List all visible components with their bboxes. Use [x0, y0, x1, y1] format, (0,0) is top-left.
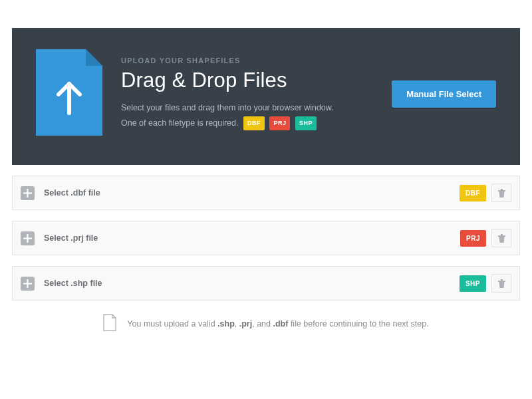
file-row-shp[interactable]: Select .shp file SHP [12, 266, 520, 301]
hero-description: Select your files and drag them into you… [121, 100, 373, 131]
svg-rect-6 [501, 279, 503, 281]
delete-button[interactable] [491, 184, 511, 202]
plus-icon [21, 277, 35, 291]
file-row-dbf[interactable]: Select .dbf file DBF [12, 176, 520, 210]
file-row-prj[interactable]: Select .prj file PRJ [12, 221, 520, 255]
badge-prj: PRJ [460, 230, 486, 247]
plus-icon [21, 186, 35, 200]
upload-hero[interactable]: UPLOAD YOUR SHAPEFILES Drag & Drop Files… [12, 28, 520, 165]
delete-button[interactable] [491, 274, 511, 293]
hero-desc-line1: Select your files and drag them into you… [121, 103, 334, 112]
svg-rect-3 [498, 235, 505, 237]
footer-note: You must upload a valid .shp, .prj, and … [12, 314, 520, 333]
hero-eyebrow: UPLOAD YOUR SHAPEFILES [121, 57, 373, 65]
hero-desc-line2: One of each filetype is required. [121, 118, 239, 128]
tag-dbf: DBF [243, 116, 265, 130]
svg-rect-5 [498, 281, 505, 282]
hero-title: Drag & Drop Files [121, 68, 373, 92]
plus-icon [21, 231, 35, 245]
document-outline-icon [103, 314, 116, 333]
row-label: Select .dbf file [44, 188, 460, 198]
svg-rect-2 [501, 189, 503, 190]
delete-button[interactable] [491, 229, 511, 247]
badge-dbf: DBF [460, 185, 486, 201]
row-label: Select .shp file [44, 279, 460, 288]
hero-text: UPLOAD YOUR SHAPEFILES Drag & Drop Files… [121, 57, 373, 131]
row-label: Select .prj file [44, 233, 460, 243]
manual-file-select-button[interactable]: Manual File Select [392, 80, 496, 108]
svg-rect-4 [501, 234, 503, 235]
tag-prj: PRJ [269, 116, 290, 130]
upload-document-icon [36, 49, 102, 138]
tag-shp: SHP [295, 116, 317, 130]
footer-text: You must upload a valid .shp, .prj, and … [127, 319, 428, 329]
badge-shp: SHP [460, 275, 486, 292]
file-rows: Select .dbf file DBF Select .prj file PR… [12, 176, 520, 301]
svg-rect-1 [498, 190, 505, 192]
